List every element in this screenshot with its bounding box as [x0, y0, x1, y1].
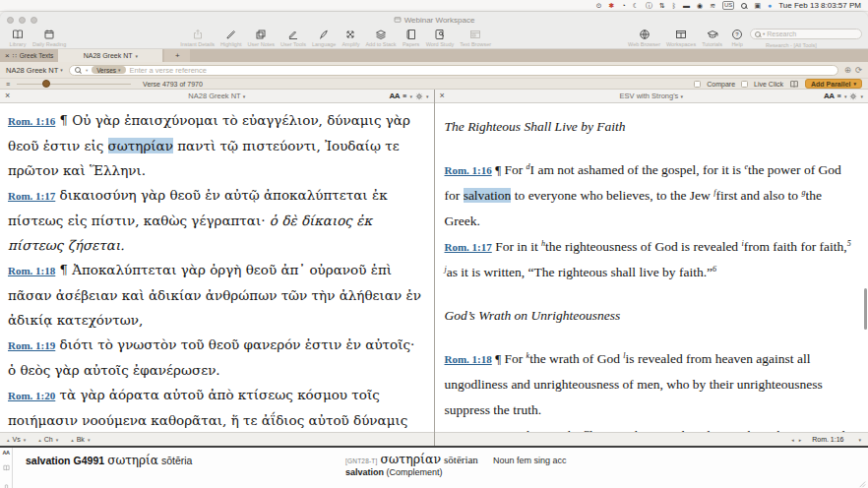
strongs-number[interactable]: G4991 [74, 455, 105, 466]
compare-checkbox[interactable] [694, 81, 701, 88]
toolbar-help-button[interactable]: Help [725, 29, 749, 47]
verse-slider[interactable] [17, 79, 131, 90]
display-settings-icon[interactable]: ≡ [837, 92, 841, 100]
resize-grip[interactable] [858, 478, 866, 486]
step-up-icon[interactable]: ▴ [38, 437, 41, 443]
menu-status-icon[interactable]: ᛒ [672, 2, 676, 9]
greek-verses[interactable]: Rom. 1:16 ¶ Οὐ γὰρ ἐπαισχύνομαι τὸ εὐαγγ… [0, 103, 434, 432]
text-size-icon[interactable]: AA [824, 92, 835, 100]
next-verse-icon[interactable]: ▸ [799, 437, 802, 443]
menu-status-icon[interactable]: ◉ [697, 2, 703, 9]
previous-verse-icon[interactable]: ◂ [791, 437, 794, 443]
window-title-bar[interactable]: Webinar Workspace [0, 12, 868, 28]
add-tab-button[interactable]: + [164, 49, 190, 62]
step-up-icon[interactable]: ▴ [71, 437, 74, 443]
step-down-icon[interactable]: ▾ [56, 437, 59, 443]
nav-ch-stepper[interactable]: ▴Ch▾ [38, 436, 58, 443]
verse-ref-link[interactable]: Rom. 1:19 [445, 430, 492, 432]
slider-knob[interactable] [42, 80, 50, 88]
tab-na28-greek-nt[interactable]: NA28 Greek NT ▾ [58, 49, 162, 62]
toolbar-workspaces-button[interactable]: Workspaces [663, 29, 699, 47]
toolbar-amplify-button[interactable]: Amplify [339, 29, 362, 47]
highlighted-word[interactable]: salvation [464, 188, 512, 203]
esv-verses[interactable]: The Righteous Shall Live by FaithRom. 1:… [435, 103, 868, 432]
toolbar-text-browser-button[interactable]: Text Browser [457, 29, 494, 47]
toolbar-user-tools-button[interactable]: User Tools [278, 29, 309, 47]
research-search-input[interactable]: ▾ Research [750, 29, 862, 39]
nav-bk-stepper[interactable]: ▴Bk▾ [71, 436, 90, 443]
menu-status-icon[interactable]: ⇅ [659, 2, 665, 9]
live-click-checkbox[interactable] [741, 81, 748, 88]
tab-group-label: × ∷ Greek Texts [0, 49, 58, 62]
menu-status-icon[interactable]: ✱ [609, 2, 615, 9]
workspace-tab-bar: × ∷ Greek Texts NA28 Greek NT ▾ + [0, 49, 868, 62]
close-window-button[interactable] [7, 17, 14, 24]
text-size-icon[interactable]: AA [3, 450, 10, 456]
close-tab-group-icon[interactable]: × [5, 52, 10, 60]
toolbar-web-browser-button[interactable]: Web Browser [625, 29, 663, 47]
verse-ref-link[interactable]: Rom. 1:20 [8, 390, 55, 401]
close-pane-icon[interactable]: × [5, 92, 10, 100]
search-icon [75, 67, 82, 74]
scrollbar-thumb[interactable] [864, 288, 867, 330]
verse-ref-link[interactable]: Rom. 1:17 [445, 241, 492, 253]
toolbar-add-to-stack-button[interactable]: Add to Stack [362, 29, 399, 47]
toolbar-papers-button[interactable]: Papers [400, 29, 423, 47]
menu-status-icon[interactable]: ⓘ [646, 2, 652, 9]
toolbar-user-notes-button[interactable]: User Notes [245, 29, 279, 47]
menu-status-icon[interactable]: ▬ [683, 2, 690, 9]
toolbar-word-study-button[interactable]: Word Study [423, 29, 458, 47]
add-parallel-button[interactable]: Add Parallel ▾ [805, 79, 862, 89]
menu-status-icon[interactable]: ≋ [710, 2, 715, 9]
esv-pane-title[interactable]: ESV with Strong's ▾ [435, 92, 868, 100]
verse-text: For what can be [495, 428, 584, 432]
verse-ref-link[interactable]: Rom. 1:19 [8, 339, 55, 351]
verse-search-input[interactable]: ▾ Verses ▾ Enter a verse reference [69, 65, 838, 76]
add-circle-icon[interactable]: ⊕ [844, 65, 851, 75]
gear-icon[interactable] [415, 92, 423, 100]
control-center-icon[interactable]: ● [768, 2, 772, 9]
menu-status-icon[interactable]: ◔ [621, 2, 625, 9]
step-down-icon[interactable]: ▾ [88, 437, 91, 443]
step-down-icon[interactable]: ▾ [24, 437, 27, 443]
zoom-window-button[interactable] [31, 17, 37, 24]
spotlight-search-icon[interactable] [741, 3, 747, 9]
display-settings-icon[interactable]: ≡ [403, 92, 406, 100]
text-selector-dropdown[interactable]: NA28 Greek NT ▾ [6, 66, 63, 75]
minimize-window-button[interactable] [19, 17, 26, 24]
verse-ref-link[interactable]: Rom. 1:18 [8, 265, 55, 276]
nav-vs-stepper[interactable]: ▴Vs▾ [7, 436, 26, 443]
input-source-icon[interactable]: US [722, 1, 734, 10]
phone-icon[interactable] [3, 477, 10, 488]
verse-ref-link[interactable]: Rom. 1:18 [445, 353, 492, 365]
menu-clock[interactable]: Tue Feb 13 8:03:57 PM [778, 1, 861, 10]
touchid-icon[interactable]: ▣ [754, 2, 761, 9]
toolbar-language-button[interactable]: Language [309, 29, 339, 47]
greek-pane-title[interactable]: NA28 Greek NT ▾ [0, 92, 434, 100]
close-pane-icon[interactable]: × [440, 92, 445, 100]
chevron-down-icon[interactable]: ▾ [858, 437, 861, 443]
sync-icon[interactable]: ⟳ [855, 65, 862, 75]
stepper-label: Vs [13, 436, 21, 443]
toolbar-daily-reading-button[interactable]: Daily Reading [30, 29, 69, 47]
menu-status-icon[interactable]: ☾ [633, 2, 639, 9]
current-reference[interactable]: Rom. 1:16 [812, 436, 843, 443]
scope-pill[interactable]: Verses ▾ [92, 66, 125, 74]
verse-ref-link[interactable]: Rom. 1:16 [8, 115, 55, 127]
toolbar-tutorials-button[interactable]: Tutorials [699, 29, 725, 47]
highlighted-word[interactable]: σωτηρίαν [108, 138, 173, 153]
toolbar-highlight-button[interactable]: Highlight [217, 29, 244, 47]
text-size-icon[interactable]: AA [390, 92, 401, 100]
verse-ref-link[interactable]: Rom. 1:16 [445, 164, 492, 176]
book-open-icon[interactable] [3, 458, 10, 475]
menu-status-icon[interactable]: ⊙ [596, 2, 602, 9]
gear-icon[interactable] [849, 92, 857, 100]
verse-text: For in it [495, 239, 541, 254]
toolbar-library-button[interactable]: Library [6, 29, 30, 47]
toolbar-instant-details-button[interactable]: Instant Details [177, 29, 217, 47]
step-up-icon[interactable]: ▴ [7, 437, 10, 443]
esv-text-pane: × ESV with Strong's ▾ AA ≡ ▾ ▾ The Right… [434, 90, 868, 446]
verse-ref-link[interactable]: Rom. 1:17 [8, 190, 55, 202]
tab-group-icon[interactable]: ∷ [13, 52, 17, 60]
list-icon[interactable]: ≡ [6, 81, 10, 88]
